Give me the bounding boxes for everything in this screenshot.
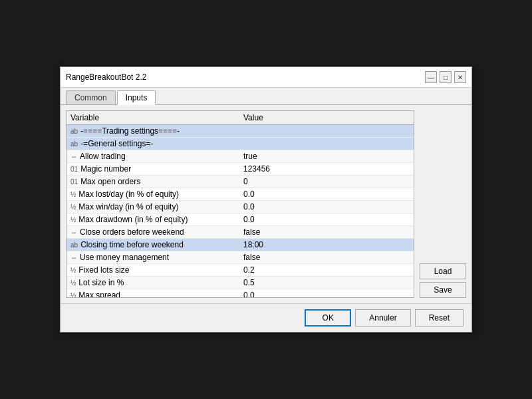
main-content: Variable Value ab-====Trading settings==…	[61, 105, 471, 303]
value-cell: 18:00	[239, 239, 414, 251]
value-cell: 0.5	[239, 277, 414, 289]
window-title: RangeBreakoutBot 2.2	[66, 72, 146, 82]
table-scroll[interactable]: Variable Value ab-====Trading settings==…	[66, 111, 414, 297]
variable-cell: 01Magic number	[66, 163, 239, 176]
type-icon: 01	[70, 166, 78, 173]
value-cell: 0	[239, 176, 414, 188]
annuler-button[interactable]: Annuler	[355, 309, 410, 327]
table-row[interactable]: ½Max drawdown (in % of equity)0.0	[66, 213, 414, 226]
save-button[interactable]: Save	[420, 282, 466, 298]
variable-cell: ½Max win/day (in % of equity)	[66, 201, 239, 213]
tab-common[interactable]: Common	[66, 90, 116, 104]
side-buttons: Load Save	[420, 110, 466, 298]
footer: OK Annuler Reset	[61, 303, 471, 332]
ok-button[interactable]: OK	[305, 309, 351, 327]
type-icon: ½	[70, 191, 76, 198]
load-button[interactable]: Load	[420, 263, 466, 279]
table-row[interactable]: ↔Use money managementfalse	[66, 251, 414, 264]
table-row[interactable]: ½Max lost/day (in % of equity)0.0	[66, 188, 414, 201]
variable-cell: 01Max open orders	[66, 176, 239, 188]
type-icon: ↔	[70, 153, 77, 160]
table-row[interactable]: ½Max win/day (in % of equity)0.0	[66, 201, 414, 213]
minimize-button[interactable]: —	[425, 71, 437, 83]
variable-cell: ½Max spread	[66, 289, 239, 298]
tab-bar: Common Inputs	[61, 88, 471, 105]
variable-cell: ↔Allow trading	[66, 150, 239, 163]
col-value-header: Value	[239, 111, 414, 125]
table-row[interactable]: 01Magic number123456	[66, 163, 414, 176]
value-cell: 0.0	[239, 213, 414, 226]
value-cell: 0.0	[239, 201, 414, 213]
type-icon: ½	[70, 279, 76, 287]
table-row[interactable]: ½Max spread0.0	[66, 289, 414, 298]
table-row[interactable]: ½Fixed lots size0.2	[66, 264, 414, 277]
tab-inputs[interactable]: Inputs	[117, 90, 156, 105]
col-variable-header: Variable	[66, 111, 239, 125]
type-icon: ½	[70, 216, 76, 223]
type-icon: ab	[70, 140, 78, 148]
table-row[interactable]: ab-=General settings=-	[66, 138, 414, 150]
value-cell: true	[239, 150, 414, 163]
table-row[interactable]: ab-====Trading settings====-	[66, 125, 414, 138]
close-button[interactable]: ✕	[454, 71, 466, 83]
table-row[interactable]: 01Max open orders0	[66, 176, 414, 188]
value-cell: false	[239, 226, 414, 239]
value-cell	[239, 138, 414, 150]
parameters-table: Variable Value ab-====Trading settings==…	[66, 111, 414, 297]
variable-cell: ab-====Trading settings====-	[66, 125, 239, 138]
value-cell: 0.0	[239, 188, 414, 201]
type-icon: ab	[70, 241, 78, 249]
variable-cell: ab-=General settings=-	[66, 138, 239, 150]
value-cell	[239, 125, 414, 138]
type-icon: ½	[70, 292, 76, 297]
table-row[interactable]: ↔Allow tradingtrue	[66, 150, 414, 163]
variable-cell: ½Max lost/day (in % of equity)	[66, 188, 239, 201]
type-icon: ab	[70, 128, 78, 135]
title-bar: RangeBreakoutBot 2.2 — □ ✕	[61, 67, 471, 88]
value-cell: 0.0	[239, 289, 414, 298]
type-icon: ↔	[70, 229, 77, 236]
parameters-table-container: Variable Value ab-====Trading settings==…	[66, 110, 414, 298]
reset-button[interactable]: Reset	[415, 309, 464, 327]
type-icon: ↔	[70, 254, 77, 261]
title-bar-controls: — □ ✕	[425, 71, 466, 83]
type-icon: 01	[70, 178, 78, 186]
value-cell: 123456	[239, 163, 414, 176]
table-row[interactable]: abClosing time before weekend18:00	[66, 239, 414, 251]
value-cell: false	[239, 251, 414, 264]
type-icon: ½	[70, 203, 76, 211]
variable-cell: ↔Use money management	[66, 251, 239, 264]
main-window: RangeBreakoutBot 2.2 — □ ✕ Common Inputs…	[60, 66, 472, 332]
variable-cell: ½Max drawdown (in % of equity)	[66, 213, 239, 226]
variable-cell: abClosing time before weekend	[66, 239, 239, 251]
table-row[interactable]: ↔Close orders before weekendfalse	[66, 226, 414, 239]
type-icon: ½	[70, 267, 76, 274]
variable-cell: ½Lot size in %	[66, 277, 239, 289]
variable-cell: ½Fixed lots size	[66, 264, 239, 277]
value-cell: 0.2	[239, 264, 414, 277]
maximize-button[interactable]: □	[440, 71, 452, 83]
table-row[interactable]: ½Lot size in %0.5	[66, 277, 414, 289]
variable-cell: ↔Close orders before weekend	[66, 226, 239, 239]
